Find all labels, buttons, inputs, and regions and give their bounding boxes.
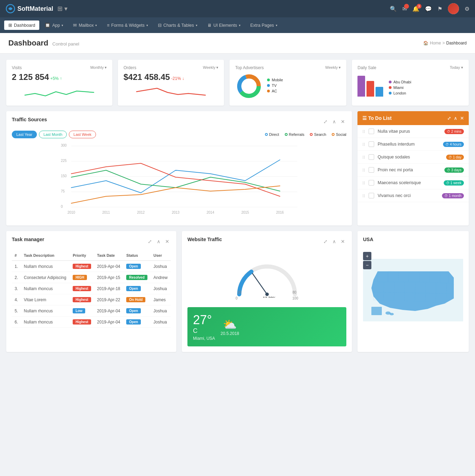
cell-desc: Consectetur Adipiscing [21, 272, 70, 283]
chat-icon[interactable]: 💬 [425, 6, 432, 12]
mail-icon[interactable]: ✉ [402, 6, 407, 12]
traffic-resize-btn[interactable]: ⤢ [322, 118, 329, 125]
nav-app[interactable]: 🔲 App ▾ [41, 20, 67, 30]
tab-last-month[interactable]: Last Month [39, 131, 67, 138]
daily-sale-period[interactable]: Today ▾ [450, 65, 463, 70]
avatar[interactable] [448, 3, 459, 14]
referrals-dot [285, 133, 288, 136]
cell-user: James [151, 294, 171, 305]
todo-checkbox-5[interactable] [369, 180, 374, 186]
website-traffic-title: Website Traffic [187, 237, 222, 242]
website-traffic-actions: ⤢ ∧ ✕ [322, 238, 346, 245]
cell-num: 3. [12, 283, 21, 294]
stats-row: Visits Monthly ▾ 2 125 854 +5% ↑ Orders … [6, 60, 469, 106]
wt-collapse-btn[interactable]: ∧ [331, 238, 337, 245]
todo-collapse-btn[interactable]: ∧ [454, 116, 457, 121]
map-zoom-out[interactable]: − [363, 261, 371, 269]
visits-period[interactable]: Monthly ▾ [90, 65, 107, 70]
traffic-todo-row: Traffic Sources ⤢ ∧ ✕ Last Year Last Mon… [6, 111, 469, 225]
todo-checkbox-3[interactable] [369, 154, 374, 160]
traffic-collapse-btn[interactable]: ∧ [331, 118, 337, 125]
task-manager-card: Task manager ⤢ ∧ ✕ # Task Description Pr… [6, 231, 176, 352]
drag-icon[interactable]: ⁞⁞ [362, 180, 365, 186]
drag-icon[interactable]: ⁞⁞ [362, 142, 365, 147]
drag-icon[interactable]: ⁞⁞ [362, 129, 365, 134]
current-page: Dashboard [446, 41, 467, 46]
miami-dot [389, 86, 392, 89]
nav-charts[interactable]: ⊟ Charts & Tables ▾ [154, 20, 202, 30]
tm-collapse-btn[interactable]: ∧ [155, 238, 162, 245]
wt-resize-btn[interactable]: ⤢ [322, 238, 329, 245]
wt-close-btn[interactable]: ✕ [339, 238, 346, 245]
orders-period[interactable]: Weekly ▾ [203, 65, 219, 70]
traffic-chart-area: 300 225 150 75 0 [12, 142, 346, 220]
x-2016: 2016 [276, 211, 284, 214]
todo-checkbox-1[interactable] [369, 129, 374, 134]
todo-close-btn[interactable]: ✕ [460, 116, 464, 121]
search-icon[interactable]: 🔍 [390, 6, 397, 12]
todo-checkbox-2[interactable] [369, 141, 374, 147]
drag-icon[interactable]: ⁞⁞ [362, 167, 365, 173]
advertisers-card: Top Advertisers Weekly ▾ Mobile [230, 60, 346, 106]
cell-priority: Highest [70, 294, 94, 305]
traffic-close-btn[interactable]: ✕ [339, 118, 346, 125]
cell-date: 2019-Apr-18 [94, 283, 123, 294]
tm-resize-btn[interactable]: ⤢ [146, 238, 153, 245]
cell-num: 4. [12, 294, 21, 305]
todo-badge-4: ⏱ 3 days [444, 167, 464, 173]
todo-text-2: Phasellus interdum [378, 142, 440, 147]
x-2011: 2011 [102, 211, 110, 214]
donut-section: Mobile TV AC [235, 72, 341, 100]
bar-chart-section: Abu Dhabi Miami London [357, 72, 463, 97]
home-link[interactable]: 🏠 [423, 41, 428, 46]
legend-abudhabi: Abu Dhabi [389, 80, 411, 84]
map-zoom-in[interactable]: + [363, 252, 371, 260]
task-manager-actions: ⤢ ∧ ✕ [146, 238, 171, 245]
website-traffic-controls: Website Traffic ⤢ ∧ ✕ [187, 237, 346, 246]
cell-user: Joshua [151, 317, 171, 328]
home-text[interactable]: Home [430, 41, 441, 46]
x-2010: 2010 [67, 211, 75, 214]
referrals-label: Referrals [289, 132, 305, 137]
tab-last-week[interactable]: Last Week [69, 131, 96, 138]
nav-extra-label: Extra Pages [250, 23, 274, 28]
page-title: Dashboard [8, 39, 48, 47]
donut-legend: Mobile TV AC [267, 78, 283, 95]
ui-icon: 🖥 [207, 23, 212, 28]
main-content: Visits Monthly ▾ 2 125 854 +5% ↑ Orders … [0, 54, 475, 358]
todo-resize-btn[interactable]: ⤢ [447, 116, 451, 121]
social-dot [332, 133, 335, 136]
legend-referrals: Referrals [285, 132, 305, 137]
logo-soft: Soft [17, 5, 30, 12]
todo-checkbox-4[interactable] [369, 167, 374, 173]
nav-forms[interactable]: ≡ Forms & Widgets ▾ [103, 21, 152, 30]
nav-mailbox[interactable]: ✉ Mailbox ▾ [69, 20, 101, 30]
advertisers-label: Top Advertisers [235, 65, 264, 70]
nav-ui[interactable]: 🖥 UI Elements ▾ [203, 21, 245, 30]
gauge-label-80: 80 [292, 290, 297, 294]
page-header: Dashboard Control panel [8, 39, 79, 48]
tab-last-year[interactable]: Last Year [12, 131, 37, 138]
advertisers-period[interactable]: Weekly ▾ [325, 65, 341, 70]
settings-icon[interactable]: ⚙ [465, 6, 469, 12]
drag-icon[interactable]: ⁞⁞ [362, 155, 365, 160]
nav-dashboard[interactable]: ⊞ Dashboard [4, 20, 39, 30]
drag-icon[interactable]: ⁞⁞ [362, 193, 365, 198]
weather-info: 27° C Miami, USA [193, 313, 215, 341]
tm-close-btn[interactable]: ✕ [164, 238, 171, 245]
flag-icon[interactable]: ⚑ [437, 6, 442, 12]
todo-item: ⁞⁞ Vivamus nec orci ⏱ 1 month [357, 189, 469, 202]
grid-icon[interactable]: ⊞ ▾ [57, 5, 67, 13]
logo[interactable]: SoftMaterial [6, 4, 53, 14]
traffic-filters-legend: Last Year Last Month Last Week Direct Re… [12, 131, 346, 138]
orders-label: Orders [123, 65, 136, 70]
cell-desc: Nullam rhoncus [21, 317, 70, 328]
orders-sparkline [123, 85, 218, 99]
todo-checkbox-6[interactable] [369, 193, 374, 198]
task-manager-controls: Task manager ⤢ ∧ ✕ [12, 237, 171, 246]
gauge-bottom-labels: 0 100 [236, 296, 298, 300]
legend-tv: TV [267, 83, 283, 88]
app-arrow: ▾ [62, 24, 63, 27]
bell-icon[interactable]: 🔔 3 [412, 6, 419, 12]
nav-extra[interactable]: Extra Pages ▾ [246, 21, 282, 30]
